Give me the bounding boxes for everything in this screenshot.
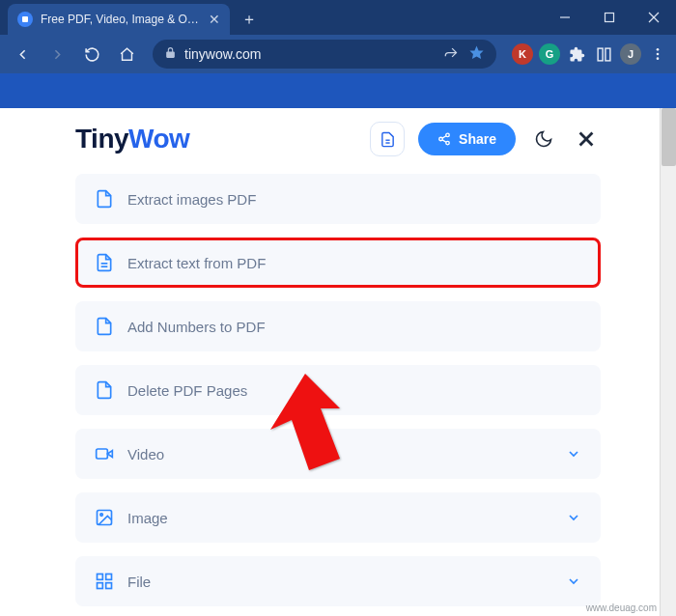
chevron-down-icon (566, 510, 581, 525)
browser-toolbar: tinywow.com K G J (0, 35, 676, 73)
category-label: Image (127, 510, 552, 526)
bookmark-star-icon[interactable] (468, 44, 485, 65)
tab-strip: Free PDF, Video, Image & Other ✕ ＋ (0, 0, 543, 35)
forward-button[interactable] (42, 40, 71, 69)
svg-point-14 (446, 141, 450, 145)
svg-point-9 (657, 57, 660, 60)
vertical-scrollbar[interactable] (660, 108, 676, 616)
svg-line-15 (442, 136, 446, 138)
scrollbar-thumb[interactable] (662, 108, 676, 166)
extensions-puzzle-icon[interactable] (566, 43, 587, 65)
tool-extract-text-pdf[interactable]: Extract text from PDF (75, 238, 601, 288)
grid-icon (95, 572, 114, 591)
close-menu-button[interactable] (572, 125, 601, 154)
svg-rect-6 (605, 48, 609, 61)
share-label: Share (459, 131, 496, 147)
tool-label: Extract text from PDF (127, 255, 581, 271)
tool-add-numbers-pdf[interactable]: Add Numbers to PDF (75, 301, 601, 351)
chevron-down-icon (566, 446, 581, 462)
svg-point-13 (439, 137, 443, 141)
minimize-button[interactable] (543, 0, 587, 35)
close-window-button[interactable] (632, 0, 676, 35)
address-bar[interactable]: tinywow.com (153, 40, 496, 69)
url-text: tinywow.com (184, 46, 437, 62)
site-header: TinyWow Share (75, 122, 601, 156)
svg-point-24 (100, 514, 103, 517)
tab-favicon (17, 12, 33, 27)
share-icon (437, 132, 451, 146)
maximize-button[interactable] (587, 0, 632, 35)
svg-rect-26 (106, 574, 112, 580)
category-file[interactable]: File (75, 556, 601, 606)
tab-close-icon[interactable]: ✕ (209, 12, 220, 27)
new-tab-button[interactable]: ＋ (236, 6, 263, 33)
reload-button[interactable] (77, 40, 106, 69)
logo-wow: Wow (128, 124, 189, 154)
svg-point-12 (446, 133, 450, 137)
tab-title: Free PDF, Video, Image & Other (41, 13, 201, 26)
tool-label: Add Numbers to PDF (127, 319, 581, 335)
tool-label: Delete PDF Pages (127, 382, 581, 399)
browser-tab[interactable]: Free PDF, Video, Image & Other ✕ (8, 4, 230, 35)
category-video[interactable]: Video (75, 429, 601, 479)
watermark: www.deuag.com (586, 602, 657, 613)
svg-rect-1 (606, 14, 614, 22)
logo-tiny: Tiny (75, 124, 128, 154)
site-header-band (0, 73, 676, 108)
svg-rect-25 (98, 574, 103, 580)
file-text-icon (95, 253, 114, 272)
image-icon (95, 508, 114, 527)
window-titlebar: Free PDF, Video, Image & Other ✕ ＋ (0, 0, 676, 35)
share-button[interactable]: Share (418, 123, 516, 155)
tool-extract-images-pdf[interactable]: Extract images PDF (75, 174, 601, 224)
svg-line-16 (442, 140, 446, 142)
svg-rect-21 (97, 449, 108, 459)
category-image[interactable]: Image (75, 492, 601, 543)
page-content: TinyWow Share Extr (0, 108, 676, 616)
file-icon (95, 189, 114, 209)
extension-k[interactable]: K (512, 43, 533, 65)
svg-point-8 (657, 53, 660, 56)
extension-g[interactable]: G (539, 43, 560, 65)
dark-mode-toggle[interactable] (529, 125, 558, 154)
svg-point-7 (657, 48, 660, 51)
svg-rect-28 (106, 583, 112, 589)
category-label: Video (127, 446, 552, 462)
category-label: File (127, 574, 552, 590)
extensions-row: K G J (512, 43, 668, 65)
svg-marker-4 (469, 45, 483, 58)
window-controls (543, 0, 676, 35)
logo[interactable]: TinyWow (75, 124, 189, 154)
chevron-down-icon (566, 574, 581, 589)
profile-avatar[interactable]: J (620, 43, 641, 65)
close-icon (576, 128, 597, 150)
share-url-icon[interactable] (444, 45, 459, 64)
back-button[interactable] (8, 40, 37, 69)
tool-delete-pdf-pages[interactable]: Delete PDF Pages (75, 365, 601, 415)
video-icon (95, 444, 114, 463)
home-button[interactable] (112, 40, 141, 69)
tool-list: Extract images PDF Extract text from PDF… (75, 174, 601, 616)
file-icon (95, 380, 114, 400)
svg-rect-27 (98, 583, 103, 589)
lock-icon (164, 45, 177, 63)
file-icon (95, 317, 114, 336)
kebab-menu-icon[interactable] (647, 43, 668, 65)
tool-label: Extract images PDF (127, 191, 581, 208)
reading-list-icon[interactable] (593, 43, 614, 65)
moon-icon (534, 129, 553, 149)
document-icon-button[interactable] (370, 122, 405, 156)
svg-rect-5 (598, 48, 603, 61)
